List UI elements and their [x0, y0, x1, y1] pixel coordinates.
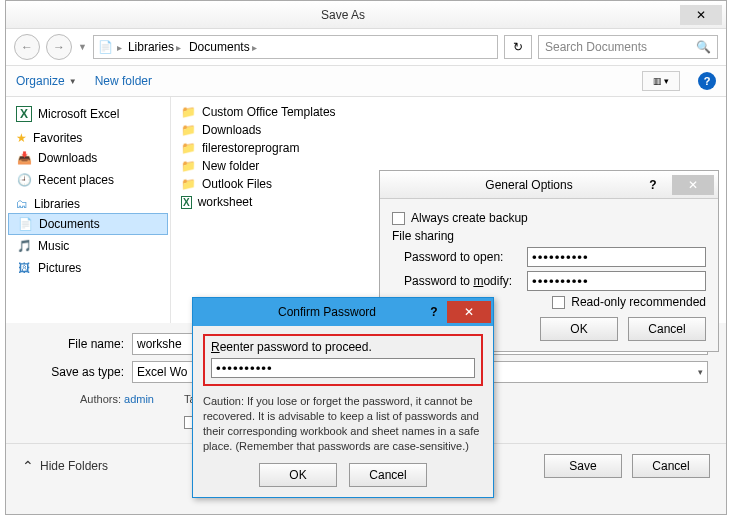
dialog-title: General Options [380, 178, 638, 192]
folder-icon: 📁 [181, 105, 196, 119]
sidebar-microsoft-excel[interactable]: XMicrosoft Excel [6, 103, 170, 125]
help-button[interactable]: ? [698, 72, 716, 90]
sidebar-documents[interactable]: 📄Documents [8, 213, 168, 235]
refresh-button[interactable]: ↻ [504, 35, 532, 59]
recent-dropdown-icon[interactable]: ▼ [78, 42, 87, 52]
star-icon: ★ [16, 131, 27, 145]
hide-folders-toggle[interactable]: ⌃Hide Folders [22, 458, 108, 474]
search-icon: 🔍 [696, 40, 711, 54]
cancel-button[interactable]: Cancel [349, 463, 427, 487]
excel-icon: X [181, 196, 192, 209]
search-input[interactable]: Search Documents 🔍 [538, 35, 718, 59]
sidebar-music[interactable]: 🎵Music [6, 235, 170, 257]
titlebar: Save As ✕ [6, 1, 726, 29]
new-folder-button[interactable]: New folder [95, 74, 152, 88]
window-title: Save As [6, 8, 680, 22]
chevron-up-icon: ⌃ [22, 458, 34, 474]
sidebar-libraries-group[interactable]: 🗂Libraries [6, 191, 170, 213]
reenter-label: Reenter password to proceed. [211, 340, 372, 354]
ok-button[interactable]: OK [259, 463, 337, 487]
breadcrumb-bar[interactable]: 📄 ▸ Libraries▸ Documents▸ [93, 35, 498, 59]
document-icon: 📄 [17, 216, 33, 232]
filename-label: File name: [24, 337, 124, 351]
chevron-down-icon: ▼ [69, 77, 77, 86]
search-placeholder: Search Documents [545, 40, 647, 54]
reenter-password-group: Reenter password to proceed. [203, 334, 483, 386]
help-button[interactable]: ? [638, 178, 668, 192]
cancel-button[interactable]: Cancel [632, 454, 710, 478]
cancel-button[interactable]: Cancel [628, 317, 706, 341]
chevron-right-icon[interactable]: ▸ [176, 42, 181, 53]
list-item[interactable]: 📁Downloads [181, 121, 716, 139]
forward-button[interactable]: → [46, 34, 72, 60]
folder-icon: 📁 [181, 177, 196, 191]
dialog-titlebar: General Options ? ✕ [380, 171, 718, 199]
always-backup-label: Always create backup [411, 211, 528, 225]
close-button[interactable]: ✕ [680, 5, 722, 25]
sidebar-pictures[interactable]: 🖼Pictures [6, 257, 170, 279]
folder-icon: 📁 [181, 141, 196, 155]
chevron-down-icon[interactable]: ▾ [698, 367, 703, 377]
sidebar-recent-places[interactable]: 🕘Recent places [6, 169, 170, 191]
recent-icon: 🕘 [16, 172, 32, 188]
authors-value[interactable]: admin [124, 393, 154, 405]
chevron-right-icon[interactable]: ▸ [252, 42, 257, 53]
folder-icon: 📄 [98, 40, 113, 54]
close-button[interactable]: ✕ [447, 301, 491, 323]
help-button[interactable]: ? [421, 305, 447, 319]
file-sharing-label: File sharing [392, 229, 706, 243]
caution-text: Caution: If you lose or forget the passw… [203, 394, 483, 453]
view-options-button[interactable]: ▥ ▾ [642, 71, 680, 91]
sidebar-downloads[interactable]: 📥Downloads [6, 147, 170, 169]
authors-label: Authors: [80, 393, 121, 405]
list-item[interactable]: 📁filerestoreprogram [181, 139, 716, 157]
breadcrumb-libraries[interactable]: Libraries▸ [126, 40, 183, 54]
list-item[interactable]: 📁Custom Office Templates [181, 103, 716, 121]
libraries-icon: 🗂 [16, 197, 28, 211]
ok-button[interactable]: OK [540, 317, 618, 341]
pictures-icon: 🖼 [16, 260, 32, 276]
dialog-titlebar: Confirm Password ? ✕ [193, 298, 493, 326]
always-backup-checkbox[interactable] [392, 212, 405, 225]
readonly-checkbox[interactable] [552, 296, 565, 309]
nav-bar: ← → ▼ 📄 ▸ Libraries▸ Documents▸ ↻ Search… [6, 29, 726, 65]
close-button[interactable]: ✕ [672, 175, 714, 195]
chevron-right-icon[interactable]: ▸ [117, 42, 122, 53]
password-open-label: Password to open: [404, 250, 521, 264]
confirm-password-dialog: Confirm Password ? ✕ Reenter password to… [192, 297, 494, 498]
save-button[interactable]: Save [544, 454, 622, 478]
back-button[interactable]: ← [14, 34, 40, 60]
folder-icon: 📁 [181, 123, 196, 137]
password-modify-input[interactable] [527, 271, 706, 291]
toolbar: Organize▼ New folder ▥ ▾ ? [6, 65, 726, 97]
breadcrumb-documents[interactable]: Documents▸ [187, 40, 259, 54]
sidebar: XMicrosoft Excel ★Favorites 📥Downloads 🕘… [6, 97, 171, 323]
organize-button[interactable]: Organize▼ [16, 74, 77, 88]
dialog-title: Confirm Password [193, 305, 421, 319]
password-open-input[interactable] [527, 247, 706, 267]
excel-icon: X [16, 106, 32, 122]
reenter-password-input[interactable] [211, 358, 475, 378]
savetype-label: Save as type: [24, 365, 124, 379]
readonly-label: Read-only recommended [571, 295, 706, 309]
music-icon: 🎵 [16, 238, 32, 254]
folder-icon: 📥 [16, 150, 32, 166]
sidebar-favorites-group[interactable]: ★Favorites [6, 125, 170, 147]
folder-icon: 📁 [181, 159, 196, 173]
password-modify-label: Password to modify: [404, 274, 521, 288]
